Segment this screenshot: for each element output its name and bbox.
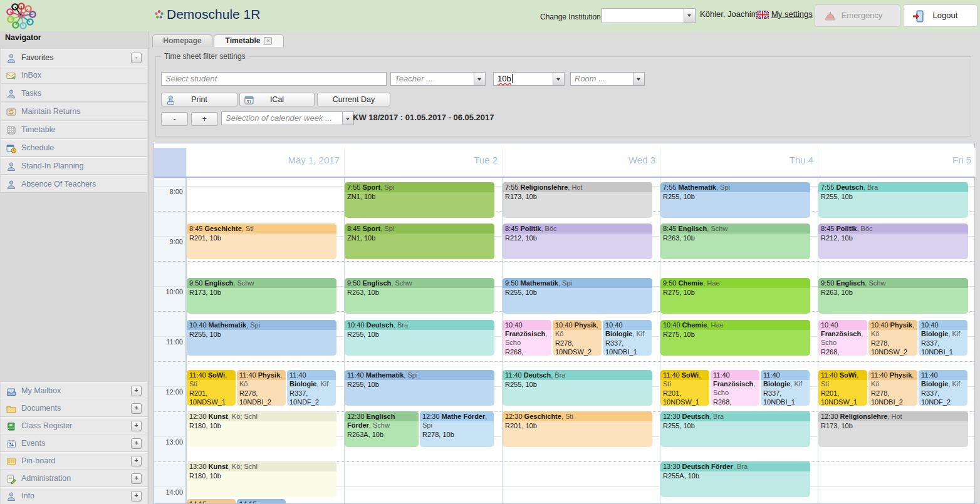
calendar-event[interactable]: 11:40 Mathematik, SpiR255, 10b	[345, 370, 494, 406]
calendar-event[interactable]: 11:40 Physik, KöR278, 10NDBI_2	[868, 370, 917, 406]
calendar-event[interactable]: 9:50 Englisch, SchwR173, 10b	[187, 278, 336, 314]
calendar-event[interactable]: 11:40 Physik, KöR278, 10NDBI_2	[237, 370, 286, 406]
event-room-info: R337, 10NDBI_1	[603, 338, 652, 356]
calendar-event[interactable]: 8:45 Geschichte, StiR201, 10b	[187, 224, 336, 259]
chevron-down-icon[interactable]	[474, 73, 485, 85]
chevron-down-icon[interactable]	[633, 73, 644, 85]
collapse-button[interactable]: -	[131, 53, 142, 63]
calendar-event[interactable]: 12:30 Religionslehre, HotR173, 10b	[818, 411, 968, 447]
calendar-event[interactable]: 10:40 Biologie, KifR337, 10NDBI_1	[603, 320, 652, 356]
expand-button[interactable]: +	[131, 456, 142, 466]
sidebar-item-absence-of-teachers[interactable]: Absence Of Teachers	[1, 175, 147, 193]
hour-label: 10:00	[154, 288, 183, 296]
sidebar-item-stand-in-planning[interactable]: Stand-In Planning	[1, 157, 147, 175]
week-next-button[interactable]: +	[191, 112, 218, 126]
event-room-info: R278, 10NDBI_2	[237, 388, 286, 406]
sidebar-item-my-mailbox[interactable]: My Mailbox+	[1, 382, 147, 399]
my-settings-link[interactable]: My settings	[771, 9, 813, 19]
calendar-event[interactable]: 14:15	[187, 499, 236, 503]
calendar-event[interactable]: 7:55 Mathematik, SpiR255, 10b	[660, 182, 810, 218]
calendar-event[interactable]: 8:45 Englisch, SchwR263, 10b	[660, 224, 810, 259]
day-header[interactable]: Wed 3	[502, 148, 660, 177]
calendar-event[interactable]: 11:40 SoWi, StiR201, 10NDSW_1	[187, 370, 236, 406]
calendar-event[interactable]: 11:40 Biologie, KifR337, 10NDBI_1	[761, 370, 810, 406]
teacher-select[interactable]: Teacher ...	[390, 72, 486, 86]
room-select[interactable]: Room ...	[570, 72, 645, 86]
day-header[interactable]: Fri 5	[818, 148, 976, 177]
sidebar-item-events[interactable]: 24Events+	[1, 435, 147, 452]
event-room-info: R263A, 10b	[345, 429, 419, 439]
calendar-event[interactable]: 8:45 Politik, BöcR212, 10b	[818, 224, 968, 259]
calendar-event[interactable]: 9:50 Englisch, SchwR263, 10b	[818, 278, 968, 314]
sidebar-item-documents[interactable]: Documents+	[1, 399, 147, 417]
change-institution-select[interactable]	[602, 8, 696, 23]
calendar-event[interactable]: 12:30 Deutsch, BraR255, 10b	[660, 411, 810, 447]
calendar-event[interactable]: 10:40 Chemie, HaeR275, 10b	[660, 320, 810, 356]
emergency-button[interactable]: Emergency	[815, 4, 900, 27]
sidebar-item-class-register[interactable]: Class Register+	[1, 417, 147, 435]
calendar-event[interactable]: 12:30 Mathe Förder, SpiR278, 10b	[420, 411, 494, 447]
calendar-event[interactable]: 12:30 Englisch Förder, SchwR263A, 10b	[345, 411, 419, 447]
tab-timetable[interactable]: Timetable×	[214, 34, 284, 47]
chevron-down-icon[interactable]	[553, 73, 564, 85]
calendar-event[interactable]: 10:40 Deutsch, BraR255, 10b	[345, 320, 494, 356]
week-select[interactable]: Selection of calender week ...	[221, 111, 354, 125]
calendar-event[interactable]: 13:30 Deutsch Förder, BraR255A, 10b	[660, 461, 810, 497]
tab-homepage[interactable]: Homepage	[152, 34, 212, 47]
calendar-event[interactable]: 10:40 Physik, KöR278, 10NDSW_2	[868, 320, 917, 356]
expand-button[interactable]: +	[131, 386, 142, 396]
chevron-down-icon[interactable]	[342, 112, 353, 125]
calendar-event[interactable]: 9:50 Englisch, SchwR263, 10b	[345, 278, 494, 314]
expand-button[interactable]: +	[131, 438, 142, 449]
calendar-event[interactable]: 10:40 Mathematik, SpiR255, 10b	[187, 320, 336, 356]
calendar-event[interactable]: 7:55 Deutsch, BraR255, 10b	[818, 182, 968, 218]
calendar-event[interactable]: 14:15	[237, 499, 286, 503]
calendar-event[interactable]: 10:40 Physik, KöR278, 10NDSW_2	[553, 320, 602, 356]
calendar-event[interactable]: 10:40 Französisch, SchoR268,	[503, 320, 551, 356]
expand-button[interactable]: +	[131, 473, 142, 484]
day-header[interactable]: May 1, 2017	[186, 148, 344, 177]
calendar-event[interactable]: 11:40 Biologie, KifR337, 10NDF_2	[919, 370, 967, 406]
calendar-event[interactable]: 7:55 Religionslehre, HotR173, 10b	[503, 182, 652, 218]
print-button[interactable]: Print	[161, 93, 237, 106]
sidebar-item-info[interactable]: Info+	[1, 487, 147, 504]
sidebar-item-administration[interactable]: Administration+	[1, 470, 147, 487]
calendar-event[interactable]: 11:40 Französisch, SchoR268,	[711, 370, 759, 406]
current-day-button[interactable]: Current Day	[317, 93, 390, 106]
calendar-event[interactable]: 11:40 Deutsch, BraR255, 10b	[503, 370, 652, 406]
calendar-event[interactable]: 11:40 SoWi, StiR201, 10NDSW_1	[818, 370, 867, 406]
calendar-event[interactable]: 12:30 Kunst, Kö; SchlR180, 10b	[187, 411, 336, 447]
week-prev-button[interactable]: -	[161, 112, 188, 126]
ical-button[interactable]: 31 ICal	[239, 93, 315, 106]
calendar-event[interactable]: 7:55 Sport, SpiZN1, 10b	[345, 182, 494, 218]
calendar-event[interactable]: 10:40 Biologie, KifR337, 10NDBI_1	[919, 320, 967, 356]
calendar-event[interactable]: 11:40 Biologie, KifR337, 10NDF_2	[287, 370, 336, 406]
sidebar-item-timetable[interactable]: Timetable	[1, 121, 147, 138]
chevron-down-icon[interactable]	[684, 9, 695, 23]
calendar-event[interactable]: 13:30 Kunst, Kö; SchlR180, 10b	[187, 461, 336, 497]
sidebar-item-schedule[interactable]: Schedule	[1, 139, 147, 157]
calendar-event[interactable]: 9:50 Chemie, HaeR275, 10b	[660, 278, 810, 314]
logout-button[interactable]: Logout	[903, 4, 977, 27]
expand-button[interactable]: +	[131, 491, 142, 501]
calendar-event[interactable]: 12:30 Geschichte, StiR201, 10b	[503, 411, 652, 447]
sidebar-item-maintain-returns[interactable]: Maintain Returns	[1, 103, 147, 120]
hour-label: 14:00	[154, 488, 183, 496]
day-header[interactable]: Thu 4	[660, 148, 818, 177]
calendar-event[interactable]: 8:45 Politik, BöcR212, 10b	[503, 224, 652, 259]
expand-button[interactable]: +	[131, 421, 142, 431]
sidebar-item-tasks[interactable]: Tasks	[1, 85, 147, 102]
calendar-event[interactable]: 9:50 Mathematik, SpiR255, 10b	[503, 278, 652, 314]
sidebar-item-inbox[interactable]: InBox	[1, 66, 147, 84]
event-room-info: R337, 10NDF_2	[919, 388, 967, 406]
tab-close-icon[interactable]: ×	[264, 37, 272, 45]
class-select[interactable]: 10b	[493, 72, 565, 86]
select-student-input[interactable]: Select student	[161, 72, 387, 86]
expand-button[interactable]: +	[131, 403, 142, 414]
sidebar-item-pin-board[interactable]: Pin-board+	[1, 452, 147, 470]
day-header[interactable]: Tue 2	[344, 148, 502, 177]
calendar-event[interactable]: 10:40 Französisch, SchoR268,	[818, 320, 867, 356]
calendar-event[interactable]: 8:45 Sport, SpiZN1, 10b	[345, 224, 494, 259]
calendar-event[interactable]: 11:40 SoWi, StiR201, 10NDSW_1	[660, 370, 709, 406]
sidebar-item-favorites[interactable]: Favorites -	[1, 49, 147, 66]
